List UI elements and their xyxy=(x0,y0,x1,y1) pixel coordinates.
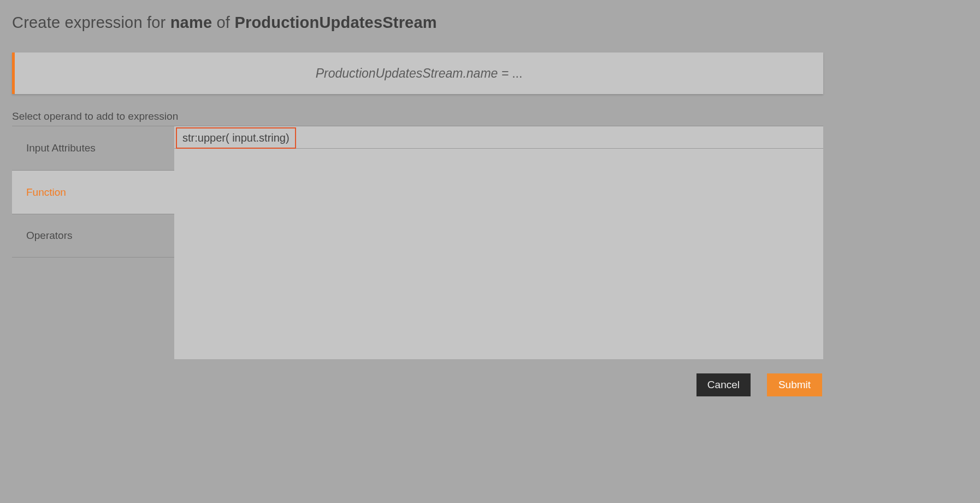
title-middle: of xyxy=(212,14,234,31)
submit-button[interactable]: Submit xyxy=(767,373,822,396)
tab-function[interactable]: Function xyxy=(12,170,174,214)
title-prefix: Create expression for xyxy=(12,14,170,31)
page-title: Create expression for name of Production… xyxy=(12,14,823,32)
operand-tabs: Input Attributes Function Operators xyxy=(12,126,174,359)
expression-rhs: ... xyxy=(512,66,522,81)
tab-operators[interactable]: Operators xyxy=(12,214,174,258)
dialog-footer: Cancel Submit xyxy=(12,359,823,396)
section-label: Select operand to add to expression xyxy=(12,110,823,122)
title-attribute: name xyxy=(170,14,212,31)
expression-lhs: ProductionUpdatesStream.name = xyxy=(316,66,509,81)
title-stream: ProductionUpdatesStream xyxy=(234,14,436,31)
operand-panel: str:upper( input.string) xyxy=(174,126,823,359)
tab-input-attributes[interactable]: Input Attributes xyxy=(12,126,174,170)
function-item-str-upper[interactable]: str:upper( input.string) xyxy=(176,127,296,149)
expression-preview[interactable]: ProductionUpdatesStream.name = ... xyxy=(12,52,823,94)
cancel-button[interactable]: Cancel xyxy=(696,373,751,396)
